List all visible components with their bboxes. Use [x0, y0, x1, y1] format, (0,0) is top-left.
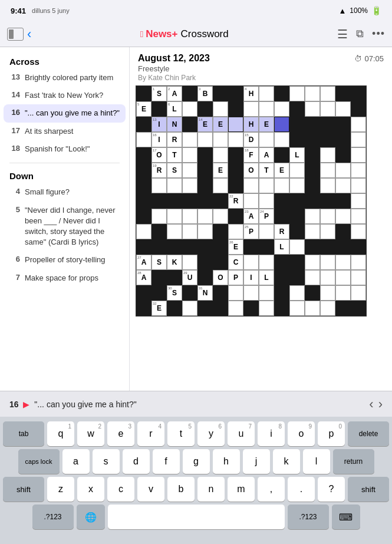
cell-13-12[interactable] — [320, 285, 335, 301]
key-g[interactable]: g — [183, 449, 210, 474]
cell-6-12[interactable] — [320, 178, 335, 193]
cell-12-12[interactable] — [320, 270, 335, 285]
cell-3-2[interactable]: R — [167, 132, 182, 147]
cell-3-6[interactable] — [228, 132, 243, 147]
key-c[interactable]: c — [107, 477, 134, 502]
cell-6-7[interactable] — [243, 178, 259, 193]
clue-down-4[interactable]: 4 Small figure? — [0, 183, 129, 201]
clue-across-13[interactable]: 13 Brightly colored party item — [0, 69, 129, 87]
cell-9-3[interactable] — [182, 224, 197, 239]
cell-12-8[interactable]: L — [259, 270, 274, 285]
cell-4-1[interactable]: 17O — [151, 147, 167, 163]
cell-1-8[interactable] — [259, 101, 274, 117]
clue-down-6[interactable]: 6 Propeller of story-telling — [0, 251, 129, 269]
shift-key-left[interactable]: shift — [3, 477, 44, 502]
next-clue-button[interactable]: › — [378, 397, 383, 412]
cell-5-10[interactable] — [289, 163, 305, 178]
cell-1-12[interactable] — [320, 101, 335, 117]
cell-3-4[interactable] — [197, 132, 213, 147]
cell-9-4[interactable] — [197, 224, 213, 239]
cell-1-0[interactable]: 5E — [136, 101, 151, 117]
cell-11-6[interactable]: C — [228, 255, 243, 270]
cell-11-14[interactable] — [351, 255, 366, 270]
cell-6-5[interactable] — [213, 178, 228, 193]
cell-13-14[interactable] — [351, 285, 366, 301]
cell-4-8[interactable]: A — [259, 147, 274, 163]
key-s[interactable]: s — [93, 449, 120, 474]
delete-key[interactable]: delete — [348, 421, 389, 446]
cell-9-7[interactable]: 25P — [243, 224, 259, 239]
cell-0-12[interactable] — [320, 86, 335, 101]
cell-5-8[interactable]: T — [259, 163, 274, 178]
cell-2-4[interactable]: 14E — [197, 117, 213, 132]
cell-9-2[interactable] — [167, 224, 182, 239]
cell-13-10[interactable] — [289, 285, 305, 301]
key-j[interactable]: j — [243, 449, 270, 474]
cell-2-7[interactable]: H — [243, 117, 259, 132]
sidebar-toggle-icon[interactable] — [7, 28, 24, 41]
cell-0-2[interactable]: 2A — [167, 86, 182, 101]
key-i[interactable]: 8i — [258, 421, 285, 446]
cell-9-9[interactable]: R — [274, 224, 289, 239]
key-h[interactable]: h — [213, 449, 240, 474]
cell-9-8[interactable] — [259, 224, 274, 239]
cell-3-7[interactable]: 15D — [243, 132, 259, 147]
key-q[interactable]: 1q — [47, 421, 74, 446]
cell-4-14[interactable] — [351, 147, 366, 163]
cell-1-11[interactable] — [305, 101, 320, 117]
cell-9-0[interactable] — [136, 224, 151, 239]
cell-5-3[interactable] — [182, 163, 197, 178]
key-p[interactable]: 0p — [318, 421, 345, 446]
key-question[interactable]: ? — [318, 477, 345, 502]
cell-8-8[interactable]: 24P — [259, 209, 274, 224]
cell-1-5[interactable] — [213, 101, 228, 117]
key-f[interactable]: f — [153, 449, 180, 474]
search-puzzle-icon[interactable]: ⧉ — [356, 28, 364, 40]
clue-down-5[interactable]: 5 "Never did I change, never been ___ / … — [0, 202, 129, 252]
cell-6-13[interactable] — [335, 178, 351, 193]
cell-8-7[interactable]: 23A — [243, 209, 259, 224]
crossword-grid[interactable]: 1S2A3B4H5E6L13IN14EEHE16IR15D17OT18FAL19… — [136, 85, 367, 316]
cell-6-10[interactable] — [289, 178, 305, 193]
cell-0-4[interactable]: 3B — [197, 86, 213, 101]
cell-12-5[interactable]: O — [213, 270, 228, 285]
cell-10-10[interactable] — [289, 239, 305, 255]
cell-7-7[interactable] — [243, 193, 259, 209]
list-icon[interactable]: ☰ — [337, 27, 348, 41]
cell-13-13[interactable] — [335, 285, 351, 301]
cell-14-10[interactable] — [289, 301, 305, 316]
cell-12-6[interactable]: P — [228, 270, 243, 285]
cell-11-13[interactable] — [335, 255, 351, 270]
cell-11-7[interactable] — [243, 255, 259, 270]
cell-8-1[interactable] — [151, 209, 167, 224]
cell-9-11[interactable] — [305, 224, 320, 239]
cell-6-14[interactable] — [351, 178, 366, 193]
cell-3-8[interactable] — [259, 132, 274, 147]
key-x[interactable]: x — [77, 477, 104, 502]
cell-9-14[interactable] — [351, 224, 366, 239]
cell-5-2[interactable]: S — [167, 163, 182, 178]
cell-6-9[interactable] — [274, 178, 289, 193]
cell-14-11[interactable] — [305, 301, 320, 316]
cell-12-11[interactable] — [305, 270, 320, 285]
key-u[interactable]: 7u — [228, 421, 255, 446]
cell-12-0[interactable]: 28A — [136, 270, 151, 285]
cell-14-12[interactable] — [320, 301, 335, 316]
cell-12-14[interactable] — [351, 270, 366, 285]
cell-2-8[interactable]: E — [259, 117, 274, 132]
cell-8-11[interactable] — [305, 209, 320, 224]
cell-8-12[interactable] — [320, 209, 335, 224]
cell-5-1[interactable]: 19R — [151, 163, 167, 178]
back-button[interactable]: ‹ — [27, 27, 31, 42]
cell-11-12[interactable] — [320, 255, 335, 270]
shift-key-right[interactable]: shift — [348, 477, 389, 502]
cell-0-10[interactable] — [289, 86, 305, 101]
cell-13-8[interactable] — [259, 285, 274, 301]
cell-2-5[interactable]: E — [213, 117, 228, 132]
key-b[interactable]: b — [167, 477, 195, 502]
cell-8-13[interactable] — [335, 209, 351, 224]
cell-6-2[interactable] — [167, 178, 182, 193]
cell-1-2[interactable]: 6L — [167, 101, 182, 117]
cell-12-7[interactable]: I — [243, 270, 259, 285]
cell-3-5[interactable] — [213, 132, 228, 147]
